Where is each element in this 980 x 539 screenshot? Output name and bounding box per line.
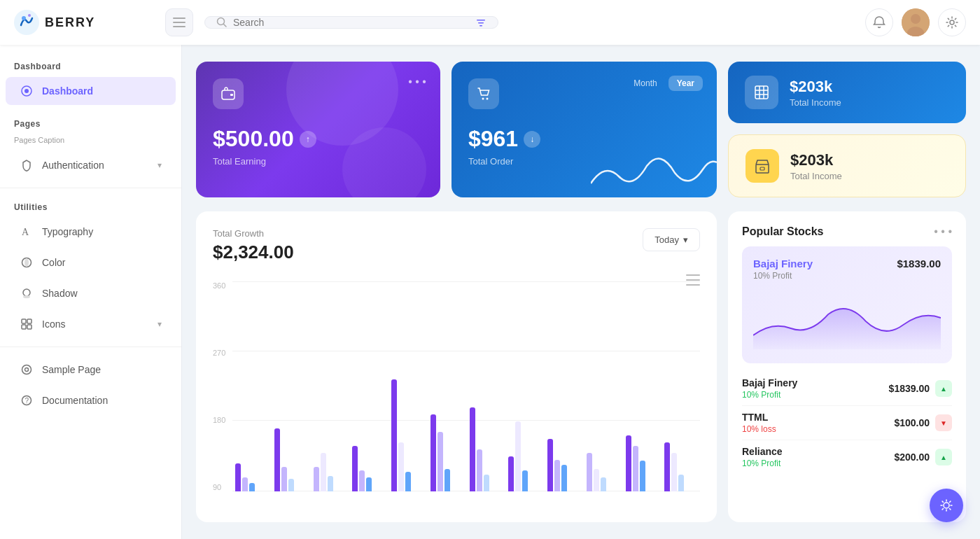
order-card-icon (468, 78, 499, 109)
bottom-row: Total Growth $2,324.00 Today ▾ 360 (196, 211, 966, 522)
documentation-label: Documentation (42, 395, 108, 406)
bar-purple (235, 463, 241, 491)
search-input[interactable] (233, 17, 470, 28)
svg-rect-41 (686, 279, 700, 281)
notification-button[interactable] (865, 8, 893, 36)
svg-point-2 (28, 14, 31, 17)
income-blue-amount: $203k (790, 78, 841, 96)
search-icon (216, 17, 227, 28)
reliance-right: $200.00 ▲ (894, 449, 952, 465)
header: BERRY (0, 0, 980, 45)
shadow-icon (20, 286, 34, 300)
bar-group-5 (391, 379, 427, 491)
authentication-label: Authentication (42, 160, 104, 171)
bar-group-11 (626, 435, 662, 491)
stocks-more-icon[interactable]: • • • (934, 225, 952, 238)
stock-list: Bajaj Finery 10% Profit $1839.00 ▲ TTML … (742, 372, 952, 474)
sidebar-item-shadow[interactable]: Shadow (6, 279, 176, 307)
sidebar-item-typography[interactable]: A Typography (6, 218, 176, 246)
card-menu-dots[interactable]: • • • (408, 76, 426, 88)
svg-rect-23 (22, 325, 26, 329)
store-icon (754, 158, 771, 174)
stock-item-bajaj: Bajaj Finery 10% Profit $1839.00 ▲ (742, 372, 952, 406)
svg-rect-8 (477, 20, 485, 21)
bar-group-12 (664, 442, 700, 491)
main-layout: Dashboard Dashboard Pages Pages Caption … (0, 45, 980, 539)
sidebar-item-color[interactable]: Color (6, 248, 176, 276)
tab-year[interactable]: Year (668, 76, 703, 91)
reliance-trend-up-icon: ▲ (935, 449, 952, 465)
shadow-label: Shadow (42, 288, 78, 299)
sidebar-item-authentication[interactable]: Authentication ▾ (6, 151, 176, 179)
svg-rect-4 (173, 22, 186, 23)
earning-value: $500.00 (213, 126, 294, 152)
filter-icon[interactable] (475, 17, 486, 28)
ttml-right: $100.00 ▼ (894, 414, 952, 431)
fab-settings-button[interactable] (930, 489, 963, 522)
sidebar-item-dashboard[interactable]: Dashboard (6, 77, 176, 105)
sidebar: Dashboard Dashboard Pages Pages Caption … (0, 45, 182, 539)
chart-area: 360 270 180 90 (213, 274, 700, 505)
svg-point-43 (944, 503, 949, 508)
bar-group-7 (470, 407, 505, 491)
sidebar-divider-1 (0, 188, 181, 188)
typography-label: Typography (42, 226, 93, 237)
color-label: Color (42, 257, 65, 268)
svg-point-14 (950, 20, 954, 24)
pages-caption: Pages Caption (0, 134, 181, 148)
bar-blue (249, 483, 255, 491)
sidebar-item-icons[interactable]: Icons ▾ (6, 310, 176, 338)
cards-row: • • • $500.00 ↑ Total Earning Month Year (196, 62, 966, 197)
svg-rect-5 (173, 26, 186, 27)
svg-text:A: A (22, 227, 29, 237)
bar-group-3 (314, 453, 349, 491)
svg-point-12 (911, 14, 920, 24)
card-income-blue: $203k Total Income (728, 62, 966, 123)
authentication-chevron-icon: ▾ (158, 160, 162, 170)
y-label-180: 180 (213, 416, 225, 424)
shopping-icon (476, 86, 491, 102)
income-blue-text: $203k Total Income (790, 78, 841, 108)
sidebar-section-utilities: Utilities (0, 197, 181, 215)
filter-label: Today (654, 234, 679, 245)
income-blue-label: Total Income (790, 97, 841, 108)
header-right (865, 8, 966, 36)
sidebar-item-documentation[interactable]: ? Documentation (6, 386, 176, 414)
content-area: • • • $500.00 ↑ Total Earning Month Year (182, 45, 980, 539)
right-income-cards: $203k Total Income $203k Total (728, 62, 966, 197)
y-label-360: 360 (213, 281, 225, 290)
stocks-title: Popular Stocks (742, 225, 823, 238)
ttml-trend-down-icon: ▼ (935, 414, 952, 431)
sample-page-label: Sample Page (42, 364, 101, 375)
sidebar-item-sample-page[interactable]: Sample Page (6, 356, 176, 384)
documentation-icon: ? (20, 393, 34, 407)
hamburger-button[interactable] (165, 8, 193, 36)
card-income-yellow: $203k Total Income (728, 134, 966, 197)
svg-rect-38 (756, 164, 769, 173)
svg-rect-22 (27, 319, 31, 323)
today-filter-button[interactable]: Today ▾ (643, 228, 700, 251)
svg-point-26 (25, 368, 29, 372)
order-trend-down-icon: ↓ (524, 131, 540, 148)
bar-group-4 (352, 446, 388, 491)
svg-point-31 (482, 98, 484, 100)
svg-rect-21 (22, 319, 26, 323)
authentication-icon (20, 158, 34, 172)
bajaj-trend-up-icon: ▲ (935, 380, 952, 397)
svg-rect-10 (479, 25, 482, 27)
reliance-info: Reliance 10% Profit (742, 446, 783, 468)
table-icon (753, 84, 770, 101)
svg-rect-9 (478, 22, 484, 24)
avatar[interactable] (902, 8, 930, 36)
tab-month[interactable]: Month (625, 76, 665, 91)
card-total-order: Month Year $961 ↓ Total Order (451, 62, 717, 197)
svg-point-32 (486, 98, 488, 100)
bar-group-10 (587, 453, 622, 491)
settings-button[interactable] (938, 8, 966, 36)
bajaj-right: $1839.00 ▲ (889, 380, 952, 397)
chart-title-group: Total Growth $2,324.00 (213, 228, 294, 263)
svg-point-20 (23, 295, 30, 298)
card-total-earning: • • • $500.00 ↑ Total Earning (196, 62, 440, 197)
search-bar (204, 16, 498, 29)
svg-rect-40 (686, 274, 700, 276)
